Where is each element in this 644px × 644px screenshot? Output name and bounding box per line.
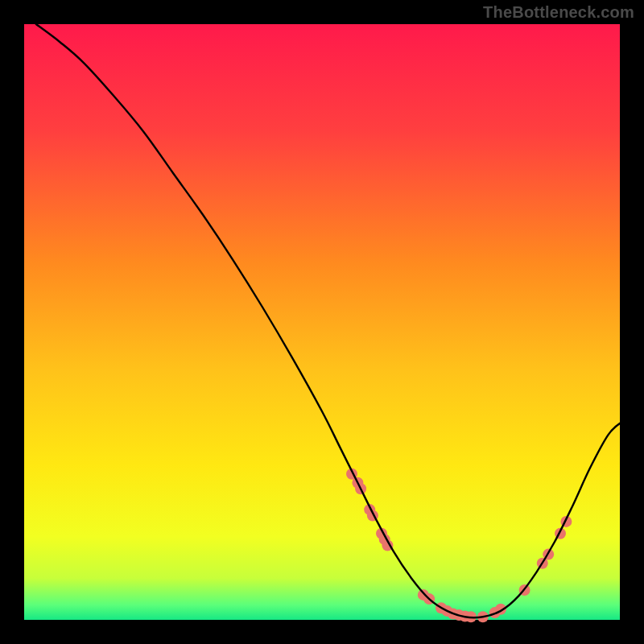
chart-svg [0, 0, 644, 644]
plot-background [24, 24, 620, 620]
chart-container: TheBottleneck.com [0, 0, 644, 644]
watermark-text: TheBottleneck.com [483, 3, 634, 22]
